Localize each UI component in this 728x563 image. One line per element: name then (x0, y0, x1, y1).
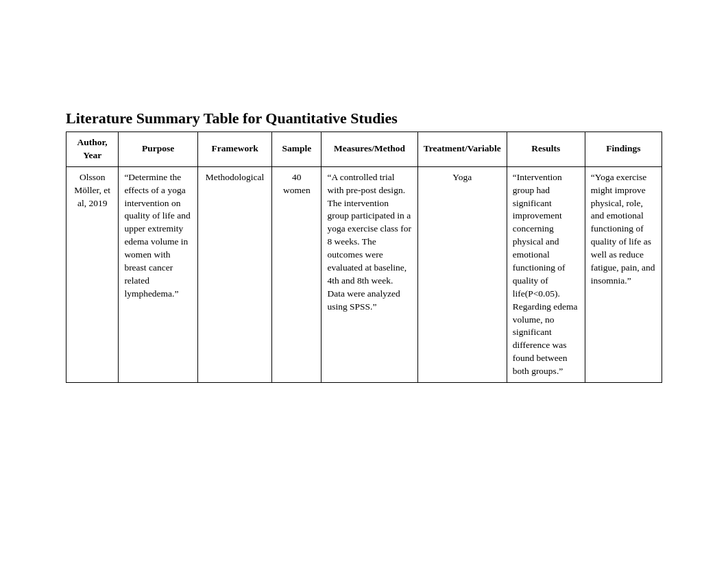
table-row: Olsson Möller, et al, 2019“Determine the… (66, 166, 662, 382)
header-treatment: Treatment/Variable (417, 132, 507, 167)
cell-measures: “A controlled trial with pre-post design… (321, 166, 417, 382)
header-author: Author, Year (66, 132, 119, 167)
cell-treatment: Yoga (417, 166, 507, 382)
literature-table: Author, Year Purpose Framework Sample Me… (66, 132, 662, 383)
cell-purpose: “Determine the effects of a yoga interve… (119, 166, 197, 382)
cell-framework: Methodological (197, 166, 272, 382)
cell-author: Olsson Möller, et al, 2019 (66, 166, 119, 382)
header-purpose: Purpose (119, 132, 197, 167)
page-container: Literature Summary Table for Quantitativ… (0, 27, 728, 438)
table-title: Literature Summary Table for Quantitativ… (66, 110, 662, 127)
cell-results: “Intervention group had significant impr… (507, 166, 585, 382)
cell-findings: “Yoga exercise might improve physical, r… (585, 166, 662, 382)
header-row: Author, Year Purpose Framework Sample Me… (66, 132, 662, 167)
header-findings: Findings (585, 132, 662, 167)
header-framework: Framework (197, 132, 272, 167)
header-sample: Sample (272, 132, 321, 167)
header-measures: Measures/Method (321, 132, 417, 167)
header-results: Results (507, 132, 585, 167)
cell-sample: 40 women (272, 166, 321, 382)
